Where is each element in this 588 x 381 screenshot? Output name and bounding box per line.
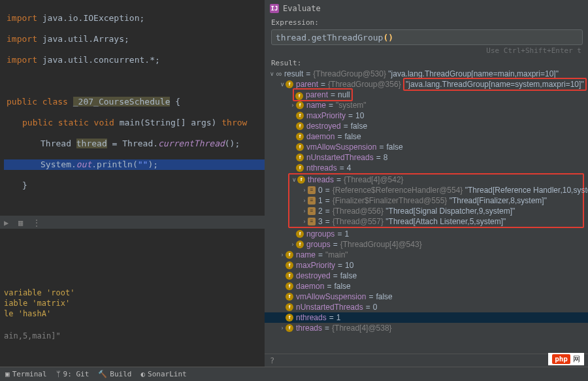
terminal-tab[interactable]: ▣Terminal bbox=[5, 370, 47, 378]
highlight-system-group: "java.lang.ThreadGroup[name=system,maxpr… bbox=[403, 78, 587, 91]
tree-row-thread-3[interactable]: ›≡3={Thread@557} "Thread[Attach Listener… bbox=[289, 216, 583, 227]
evaluate-titlebar[interactable]: IJ Evaluate bbox=[265, 0, 588, 17]
import-line: java.util.concurrent.* bbox=[42, 55, 155, 65]
inspection-panel: variable 'root' iable 'matrix' le 'hashA… bbox=[0, 288, 265, 341]
tree-row[interactable]: fdaemon=false bbox=[265, 281, 588, 291]
expression-label: Expression: bbox=[265, 17, 588, 28]
code-area[interactable]: import java.io.IOException; import java.… bbox=[0, 0, 265, 212]
result-label: Result: bbox=[265, 58, 588, 69]
hammer-icon: 🔨 bbox=[98, 370, 107, 378]
editor-toolbar: ▶ ▦ ⋮ bbox=[0, 216, 265, 229]
git-tab[interactable]: ᛘ9: Git bbox=[56, 370, 90, 378]
tree-row[interactable]: fnUnstartedThreads=0 bbox=[265, 302, 588, 312]
tree-row-thread-0[interactable]: ›≡0={Reference$ReferenceHandler@554} "Th… bbox=[289, 185, 583, 195]
grid-icon[interactable]: ▦ bbox=[18, 218, 26, 226]
branch-icon: ᛘ bbox=[56, 370, 61, 378]
evaluate-title: Evaluate bbox=[283, 4, 321, 13]
more-icon[interactable]: ⋮ bbox=[33, 218, 41, 226]
tree-row[interactable]: ›fgroups={ThreadGroup[4]@543} bbox=[265, 239, 588, 250]
selected-code-line[interactable]: System.out.println(""); bbox=[4, 159, 265, 170]
tree-row-parent-null[interactable]: fparent=null bbox=[265, 90, 588, 100]
method-name: main bbox=[120, 118, 140, 127]
sonarlint-tab[interactable]: ◐SonarLint bbox=[140, 370, 186, 378]
evaluate-footer: ? bbox=[265, 354, 588, 367]
code-editor-pane[interactable]: import java.io.IOException; import java.… bbox=[0, 0, 265, 367]
tree-row-nthreads-selected[interactable]: fnthreads=1 bbox=[265, 312, 588, 323]
tree-row-thread-2[interactable]: ›≡2={Thread@556} "Thread[Signal Dispatch… bbox=[289, 206, 583, 216]
tree-row[interactable]: ›fname="system" bbox=[265, 100, 588, 110]
tree-row[interactable]: fmaxPriority=10 bbox=[265, 260, 588, 271]
import-line: java.io.IOException bbox=[42, 13, 140, 23]
inspection-value: ain,5,main]" bbox=[4, 331, 265, 341]
terminal-icon: ▣ bbox=[5, 370, 10, 378]
run-icon[interactable]: ▶ bbox=[4, 218, 12, 226]
help-icon[interactable]: ? bbox=[270, 356, 274, 365]
tree-row-threads[interactable]: ∨fthreads={Thread[4]@542} bbox=[289, 174, 583, 185]
tree-row[interactable]: fvmAllowSuspension=false bbox=[265, 142, 588, 152]
tree-row[interactable]: fnthreads=4 bbox=[265, 163, 588, 173]
tree-row-thread-1[interactable]: ›≡1={Finalizer$FinalizerThread@555} "Thr… bbox=[289, 195, 583, 206]
status-bar: ▣Terminal ᛘ9: Git 🔨Build ◐SonarLint bbox=[0, 367, 588, 381]
tree-row[interactable]: fngroups=1 bbox=[265, 229, 588, 239]
inspection-item[interactable]: le 'hashA' bbox=[4, 308, 265, 319]
expression-hint: Use Ctrl+Shift+Enter t bbox=[265, 46, 588, 58]
result-tree[interactable]: ∨∞ result = {ThreadGroup@530} "java.lang… bbox=[265, 69, 588, 354]
evaluate-panel: IJ Evaluate Expression: thread.getThread… bbox=[265, 0, 588, 367]
watermark: php网 bbox=[548, 353, 584, 365]
build-tab[interactable]: 🔨Build bbox=[98, 370, 131, 378]
tree-row[interactable]: fmaxPriority=10 bbox=[265, 110, 588, 121]
tree-row[interactable]: fvmAllowSuspension=false bbox=[265, 291, 588, 302]
tree-row[interactable]: fdestroyed=false bbox=[265, 121, 588, 131]
tree-row[interactable]: fnUnstartedThreads=8 bbox=[265, 152, 588, 163]
intellij-logo-icon: IJ bbox=[270, 4, 279, 13]
import-line: java.util.Arrays bbox=[42, 34, 124, 44]
tree-row[interactable]: fdaemon=false bbox=[265, 131, 588, 142]
tree-row[interactable]: ›fname="main" bbox=[265, 250, 588, 260]
class-name: _207_CourseSchedule bbox=[73, 97, 171, 107]
expression-input[interactable]: thread.getThreadGroup() bbox=[271, 29, 583, 45]
sonar-icon: ◐ bbox=[140, 370, 145, 378]
tree-row[interactable]: fdestroyed=false bbox=[265, 271, 588, 281]
class-keyword: public class bbox=[7, 97, 68, 107]
inspection-item[interactable]: variable 'root' bbox=[4, 288, 265, 298]
highlight-threads-array: ∨fthreads={Thread[4]@542} ›≡0={Reference… bbox=[288, 173, 584, 228]
var-thread: thread bbox=[76, 139, 107, 148]
inspection-item[interactable]: iable 'matrix' bbox=[4, 298, 265, 308]
tree-row[interactable]: ›fthreads={Thread[4]@538} bbox=[265, 323, 588, 333]
